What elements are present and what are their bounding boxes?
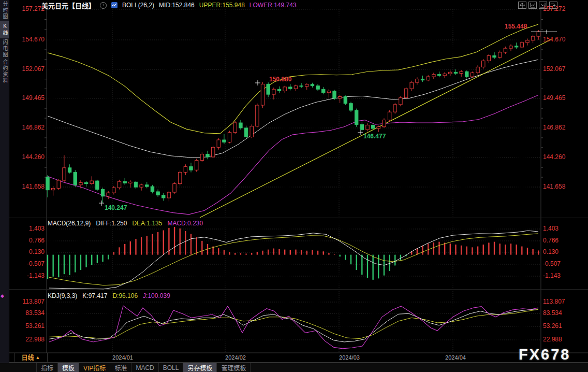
macd-macd-value: MACD:0.230 <box>167 220 203 227</box>
kdj-k-value: K:97.417 <box>82 292 107 299</box>
pane-corner-marker: ◆ <box>1 293 4 298</box>
move-icon[interactable] <box>518 2 526 9</box>
sidebar-item-time-share[interactable]: 分时图 <box>0 1 9 20</box>
price-axis-label-right: 154.670 <box>543 36 565 43</box>
macd-axis-label-right: 0.130 <box>543 249 558 255</box>
kdj-label: KDJ(9,3,3) <box>48 292 77 299</box>
x-axis-label: 2024/04 <box>437 354 474 361</box>
price-axis-label-right: 144.260 <box>543 154 565 161</box>
toolbar-tab-另存模板[interactable]: 另存模板 <box>183 363 217 372</box>
macd-axis-label-left: 0.766 <box>18 237 45 244</box>
macd-axis-label-right: 0.766 <box>543 237 558 244</box>
kdj-axis-label-left: 53.261 <box>18 323 45 330</box>
boll-label: BOLL(26,2) <box>122 2 154 9</box>
macd-axis-label-right: 1.403 <box>543 225 558 232</box>
kdj-axis-label-left: 83.534 <box>18 310 45 317</box>
kdj-pane-header: KDJ(9,3,3) K:97.417 D:96.106 J:100.039 <box>48 292 170 299</box>
chart-application: 分时图K线图闪电图合约资料 ◆ 美元日元【日线】 + BOLL(26,2) MI… <box>0 0 588 372</box>
macd-axis-label-right: -1.143 <box>543 273 561 279</box>
period-arrow-icon: ▲ <box>36 355 40 360</box>
price-annotation: 150.880 <box>269 76 291 83</box>
price-axis-label-left: 149.465 <box>18 95 45 102</box>
period-selector-button[interactable]: 日线 ▲ <box>14 353 48 362</box>
price-axis-label-left: 144.260 <box>18 154 45 161</box>
kdj-axis-label-left: 113.807 <box>18 298 45 305</box>
kdj-axis-label-right: 53.261 <box>543 323 562 330</box>
price-axis-label-left: 141.658 <box>18 183 45 190</box>
price-axis-label-left: 146.862 <box>18 124 45 131</box>
price-axis-label-right: 146.862 <box>543 124 565 131</box>
toolbar-tab-VIP指标[interactable]: VIP指标 <box>79 363 110 372</box>
price-annotation: 146.477 <box>363 133 386 140</box>
x-axis-label: 2024/01 <box>105 354 141 361</box>
macd-label: MACD(26,12,9) <box>48 220 91 227</box>
x-axis-label: 2024/02 <box>217 354 254 361</box>
kdj-axis-label-left: 22.988 <box>18 336 45 343</box>
toolbar-tab-指标[interactable]: 指标 <box>36 363 58 372</box>
price-axis-label-left: 154.670 <box>18 36 45 43</box>
macd-axis-label-left: 0.130 <box>18 249 45 255</box>
price-axis-label-left: 152.067 <box>18 66 45 73</box>
macd-axis-label-left: -0.507 <box>18 261 45 267</box>
toolbar-tab-管理模板[interactable]: 管理模板 <box>217 363 251 372</box>
bottom-toolbar: 指标模板VIP指标标准MACDBOLL另存模板管理模板 <box>0 363 588 372</box>
macd-dea-value: DEA:1.135 <box>132 220 162 227</box>
price-axis-label-right: 157.272 <box>543 6 565 12</box>
boll-mid-value: MID:152.846 <box>159 2 195 9</box>
sidebar-item-lightning[interactable]: 闪电图 <box>0 39 9 58</box>
macd-diff-value: DIFF:1.250 <box>96 220 127 227</box>
price-axis-label-left: 157.272 <box>18 6 45 12</box>
chart-header: 美元日元【日线】 + BOLL(26,2) MID:152.846 UPPER:… <box>41 2 297 9</box>
kdj-axis-label-right: 113.807 <box>543 298 565 305</box>
price-annotation: 140.247 <box>105 204 127 211</box>
macd-pane-header: MACD(26,12,9) DIFF:1.250 DEA:1.135 MACD:… <box>48 220 203 227</box>
macd-axis-label-left: -1.143 <box>18 273 45 279</box>
kdj-d-value: D:96.106 <box>112 292 138 299</box>
kdj-axis-label-right: 83.534 <box>543 310 562 317</box>
axis-left-chart-icon[interactable] <box>528 2 537 9</box>
toolbar-tab-MACD[interactable]: MACD <box>131 363 158 372</box>
sidebar-item-contract-info[interactable]: 合约资料 <box>0 59 9 84</box>
boll-upper-value: UPPER:155.948 <box>199 2 245 9</box>
toolbar-tab-标准[interactable]: 标准 <box>110 363 131 372</box>
macd-axis-label-right: -0.507 <box>543 261 561 267</box>
chart-type-icon[interactable] <box>111 2 117 8</box>
price-axis-label-right: 141.658 <box>543 183 565 190</box>
toolbar-tab-模板[interactable]: 模板 <box>58 363 79 372</box>
add-indicator-icon[interactable]: + <box>100 2 107 9</box>
period-label: 日线 <box>22 353 34 362</box>
sidebar: 分时图K线图闪电图合约资料 <box>0 0 9 372</box>
symbol-title: 美元日元【日线】 <box>41 1 95 10</box>
toolbar-tab-BOLL[interactable]: BOLL <box>159 363 184 372</box>
macd-axis-label-left: 1.403 <box>18 225 45 232</box>
sidebar-item-kline[interactable]: K线图 <box>0 21 9 38</box>
kdj-axis-label-right: 22.988 <box>543 336 562 343</box>
x-axis-label: 2024/03 <box>331 354 368 361</box>
kdj-j-value: J:100.039 <box>143 292 170 299</box>
price-axis-label-right: 152.067 <box>543 66 565 73</box>
price-annotation: 155.448 <box>505 23 527 30</box>
watermark: FX678 <box>519 346 570 363</box>
boll-lower-value: LOWER:149.743 <box>249 2 297 9</box>
price-axis-label-right: 149.465 <box>543 95 565 102</box>
chart-canvas[interactable] <box>0 0 588 372</box>
